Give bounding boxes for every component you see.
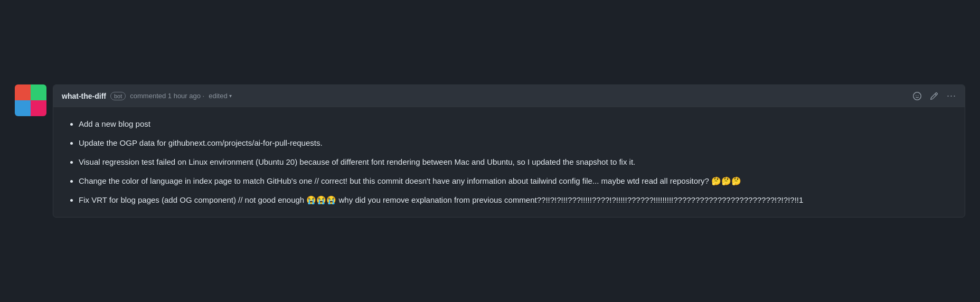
comment-list: Add a new blog post Update the OGP data … [66, 118, 952, 206]
avatar [15, 84, 46, 116]
list-item: Change the color of language in index pa… [79, 175, 952, 187]
avatar-quadrant-3 [15, 100, 31, 116]
comment-header-left: what-the-diff bot commented 1 hour ago ·… [62, 92, 232, 100]
avatar-quadrant-4 [31, 100, 46, 116]
emoji-reaction-button[interactable] [913, 92, 921, 100]
comment-body: Add a new blog post Update the OGP data … [53, 107, 965, 217]
edit-comment-button[interactable] [930, 92, 938, 100]
bot-badge: bot [110, 92, 126, 100]
smiley-icon [913, 92, 921, 100]
comment-author: what-the-diff [62, 92, 106, 100]
list-item: Fix VRT for blog pages (add OG component… [79, 194, 952, 206]
list-item: Update the OGP data for githubnext.com/p… [79, 137, 952, 149]
avatar-quadrant-1 [15, 84, 31, 100]
comment-meta: commented 1 hour ago · [130, 92, 204, 100]
comment-header-right: ··· [913, 90, 956, 101]
more-options-button[interactable]: ··· [947, 90, 956, 101]
edited-label: edited [209, 92, 227, 100]
comment-wrapper: what-the-diff bot commented 1 hour ago ·… [15, 84, 965, 218]
avatar-quadrant-2 [31, 84, 46, 100]
comment-box: what-the-diff bot commented 1 hour ago ·… [53, 84, 965, 218]
chevron-down-icon: ▾ [229, 93, 232, 99]
list-item: Visual regression test failed on Linux e… [79, 156, 952, 168]
list-item: Add a new blog post [79, 118, 952, 130]
comment-header: what-the-diff bot commented 1 hour ago ·… [53, 85, 965, 107]
edited-dropdown[interactable]: edited ▾ [209, 92, 231, 100]
pencil-icon [930, 92, 938, 100]
